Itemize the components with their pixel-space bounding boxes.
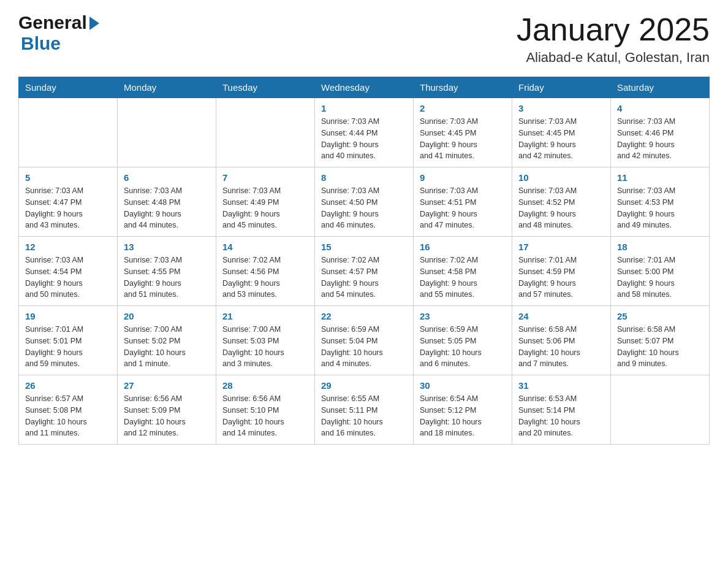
day-number: 31 bbox=[518, 380, 604, 391]
day-number: 8 bbox=[321, 172, 407, 183]
calendar-cell: 11Sunrise: 7:03 AM Sunset: 4:53 PM Dayli… bbox=[611, 167, 710, 237]
location-title: Aliabad-e Katul, Golestan, Iran bbox=[517, 50, 710, 66]
day-info: Sunrise: 7:03 AM Sunset: 4:48 PM Dayligh… bbox=[124, 185, 210, 231]
calendar-cell: 27Sunrise: 6:56 AM Sunset: 5:09 PM Dayli… bbox=[118, 375, 216, 445]
day-number: 5 bbox=[25, 172, 111, 183]
day-number: 15 bbox=[321, 242, 407, 252]
day-number: 26 bbox=[25, 380, 111, 391]
day-info: Sunrise: 6:59 AM Sunset: 5:05 PM Dayligh… bbox=[420, 324, 506, 370]
calendar-cell: 4Sunrise: 7:03 AM Sunset: 4:46 PM Daylig… bbox=[611, 98, 710, 167]
calendar-cell: 13Sunrise: 7:03 AM Sunset: 4:55 PM Dayli… bbox=[118, 237, 216, 306]
day-info: Sunrise: 7:02 AM Sunset: 4:56 PM Dayligh… bbox=[222, 255, 308, 301]
day-number: 2 bbox=[420, 103, 506, 113]
day-info: Sunrise: 7:00 AM Sunset: 5:02 PM Dayligh… bbox=[124, 324, 210, 370]
calendar-day-header: Friday bbox=[512, 77, 611, 98]
calendar-cell: 9Sunrise: 7:03 AM Sunset: 4:51 PM Daylig… bbox=[414, 167, 512, 237]
day-info: Sunrise: 7:00 AM Sunset: 5:03 PM Dayligh… bbox=[222, 324, 308, 370]
day-info: Sunrise: 7:02 AM Sunset: 4:57 PM Dayligh… bbox=[321, 255, 407, 301]
day-number: 10 bbox=[518, 172, 604, 183]
day-info: Sunrise: 7:03 AM Sunset: 4:54 PM Dayligh… bbox=[25, 255, 111, 301]
day-number: 29 bbox=[321, 380, 407, 391]
day-number: 22 bbox=[321, 311, 407, 321]
day-info: Sunrise: 6:57 AM Sunset: 5:08 PM Dayligh… bbox=[25, 393, 111, 439]
calendar-cell: 7Sunrise: 7:03 AM Sunset: 4:49 PM Daylig… bbox=[216, 167, 315, 237]
calendar-day-header: Monday bbox=[118, 77, 216, 98]
day-number: 16 bbox=[420, 242, 506, 252]
day-number: 9 bbox=[420, 172, 506, 183]
day-info: Sunrise: 7:03 AM Sunset: 4:45 PM Dayligh… bbox=[420, 116, 506, 162]
calendar-cell: 31Sunrise: 6:53 AM Sunset: 5:14 PM Dayli… bbox=[512, 375, 611, 445]
day-info: Sunrise: 7:03 AM Sunset: 4:51 PM Dayligh… bbox=[420, 185, 506, 231]
day-info: Sunrise: 6:56 AM Sunset: 5:09 PM Dayligh… bbox=[124, 393, 210, 439]
calendar-cell: 15Sunrise: 7:02 AM Sunset: 4:57 PM Dayli… bbox=[315, 237, 414, 306]
day-info: Sunrise: 7:03 AM Sunset: 4:49 PM Dayligh… bbox=[222, 185, 308, 231]
calendar-cell: 16Sunrise: 7:02 AM Sunset: 4:58 PM Dayli… bbox=[414, 237, 512, 306]
day-info: Sunrise: 7:03 AM Sunset: 4:47 PM Dayligh… bbox=[25, 185, 111, 231]
day-info: Sunrise: 7:03 AM Sunset: 4:45 PM Dayligh… bbox=[518, 116, 604, 162]
calendar-cell: 22Sunrise: 6:59 AM Sunset: 5:04 PM Dayli… bbox=[315, 306, 414, 375]
logo-blue-text: Blue bbox=[21, 33, 61, 53]
calendar-cell bbox=[19, 98, 118, 167]
calendar-cell: 24Sunrise: 6:58 AM Sunset: 5:06 PM Dayli… bbox=[512, 306, 611, 375]
day-number: 4 bbox=[617, 103, 703, 113]
calendar-week-row: 26Sunrise: 6:57 AM Sunset: 5:08 PM Dayli… bbox=[19, 375, 710, 445]
day-number: 19 bbox=[25, 311, 111, 321]
calendar-day-header: Wednesday bbox=[315, 77, 414, 98]
day-number: 7 bbox=[222, 172, 308, 183]
calendar-cell: 8Sunrise: 7:03 AM Sunset: 4:50 PM Daylig… bbox=[315, 167, 414, 237]
day-info: Sunrise: 6:58 AM Sunset: 5:06 PM Dayligh… bbox=[518, 324, 604, 370]
calendar-cell: 10Sunrise: 7:03 AM Sunset: 4:52 PM Dayli… bbox=[512, 167, 611, 237]
calendar-cell: 25Sunrise: 6:58 AM Sunset: 5:07 PM Dayli… bbox=[611, 306, 710, 375]
day-number: 17 bbox=[518, 242, 604, 252]
day-info: Sunrise: 7:03 AM Sunset: 4:44 PM Dayligh… bbox=[321, 116, 407, 162]
day-number: 11 bbox=[617, 172, 703, 183]
day-number: 20 bbox=[124, 311, 210, 321]
day-info: Sunrise: 6:59 AM Sunset: 5:04 PM Dayligh… bbox=[321, 324, 407, 370]
calendar-cell: 20Sunrise: 7:00 AM Sunset: 5:02 PM Dayli… bbox=[118, 306, 216, 375]
calendar-cell bbox=[118, 98, 216, 167]
day-number: 30 bbox=[420, 380, 506, 391]
calendar-cell: 21Sunrise: 7:00 AM Sunset: 5:03 PM Dayli… bbox=[216, 306, 315, 375]
calendar-cell: 26Sunrise: 6:57 AM Sunset: 5:08 PM Dayli… bbox=[19, 375, 118, 445]
logo: General Blue bbox=[18, 12, 99, 54]
day-number: 28 bbox=[222, 380, 308, 391]
calendar-week-row: 12Sunrise: 7:03 AM Sunset: 4:54 PM Dayli… bbox=[19, 237, 710, 306]
calendar-week-row: 19Sunrise: 7:01 AM Sunset: 5:01 PM Dayli… bbox=[19, 306, 710, 375]
day-number: 27 bbox=[124, 380, 210, 391]
logo-arrow-icon bbox=[89, 17, 99, 30]
calendar-header-row: SundayMondayTuesdayWednesdayThursdayFrid… bbox=[19, 77, 710, 98]
day-number: 23 bbox=[420, 311, 506, 321]
calendar-cell: 23Sunrise: 6:59 AM Sunset: 5:05 PM Dayli… bbox=[414, 306, 512, 375]
calendar-cell: 28Sunrise: 6:56 AM Sunset: 5:10 PM Dayli… bbox=[216, 375, 315, 445]
calendar-cell: 2Sunrise: 7:03 AM Sunset: 4:45 PM Daylig… bbox=[414, 98, 512, 167]
calendar-cell: 14Sunrise: 7:02 AM Sunset: 4:56 PM Dayli… bbox=[216, 237, 315, 306]
calendar-cell: 3Sunrise: 7:03 AM Sunset: 4:45 PM Daylig… bbox=[512, 98, 611, 167]
day-info: Sunrise: 7:01 AM Sunset: 5:00 PM Dayligh… bbox=[617, 255, 703, 301]
calendar-cell: 1Sunrise: 7:03 AM Sunset: 4:44 PM Daylig… bbox=[315, 98, 414, 167]
calendar-cell: 29Sunrise: 6:55 AM Sunset: 5:11 PM Dayli… bbox=[315, 375, 414, 445]
day-info: Sunrise: 6:53 AM Sunset: 5:14 PM Dayligh… bbox=[518, 393, 604, 439]
page-header: General Blue January 2025 Aliabad-e Katu… bbox=[18, 12, 710, 66]
day-number: 24 bbox=[518, 311, 604, 321]
day-info: Sunrise: 7:01 AM Sunset: 5:01 PM Dayligh… bbox=[25, 324, 111, 370]
day-number: 21 bbox=[222, 311, 308, 321]
day-info: Sunrise: 7:03 AM Sunset: 4:55 PM Dayligh… bbox=[124, 255, 210, 301]
calendar-cell: 17Sunrise: 7:01 AM Sunset: 4:59 PM Dayli… bbox=[512, 237, 611, 306]
calendar-cell bbox=[216, 98, 315, 167]
calendar-table: SundayMondayTuesdayWednesdayThursdayFrid… bbox=[18, 77, 710, 445]
calendar-day-header: Thursday bbox=[414, 77, 512, 98]
day-info: Sunrise: 7:01 AM Sunset: 4:59 PM Dayligh… bbox=[518, 255, 604, 301]
day-number: 3 bbox=[518, 103, 604, 113]
day-info: Sunrise: 6:55 AM Sunset: 5:11 PM Dayligh… bbox=[321, 393, 407, 439]
calendar-cell: 12Sunrise: 7:03 AM Sunset: 4:54 PM Dayli… bbox=[19, 237, 118, 306]
month-title: January 2025 bbox=[517, 12, 710, 47]
calendar-cell: 18Sunrise: 7:01 AM Sunset: 5:00 PM Dayli… bbox=[611, 237, 710, 306]
day-info: Sunrise: 6:56 AM Sunset: 5:10 PM Dayligh… bbox=[222, 393, 308, 439]
day-number: 18 bbox=[617, 242, 703, 252]
day-info: Sunrise: 7:03 AM Sunset: 4:46 PM Dayligh… bbox=[617, 116, 703, 162]
day-info: Sunrise: 7:03 AM Sunset: 4:53 PM Dayligh… bbox=[617, 185, 703, 231]
calendar-cell: 19Sunrise: 7:01 AM Sunset: 5:01 PM Dayli… bbox=[19, 306, 118, 375]
logo-general-text: General bbox=[18, 12, 87, 33]
day-number: 6 bbox=[124, 172, 210, 183]
title-block: January 2025 Aliabad-e Katul, Golestan, … bbox=[517, 12, 710, 66]
